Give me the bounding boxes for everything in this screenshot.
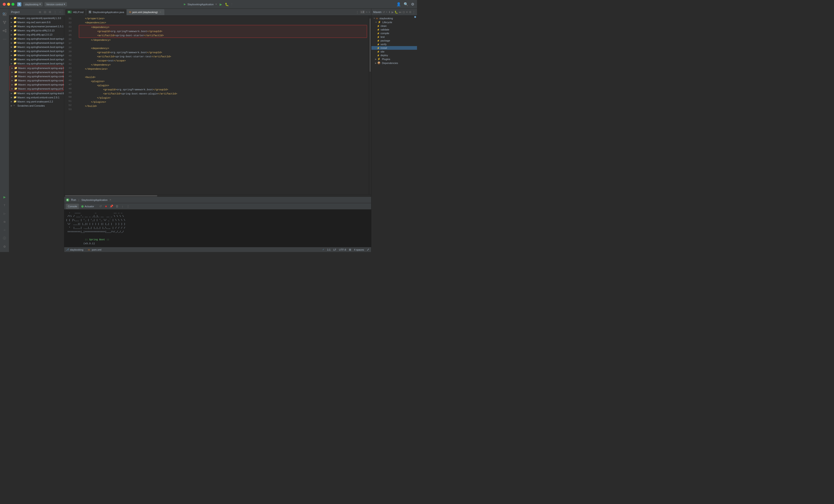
maven-add-btn[interactable]: + <box>386 10 388 14</box>
indent-status[interactable]: 4 spaces <box>354 248 364 251</box>
sidebar-collapse-btn[interactable]: ⊟ <box>43 10 47 14</box>
sidebar-close-btn[interactable]: − <box>58 10 62 14</box>
debug-button[interactable]: 🐛 <box>225 2 229 6</box>
tree-item-spring-aop[interactable]: ▶ 📁 Maven: org.springframework:spring-ao… <box>10 66 63 70</box>
maven-project-item[interactable]: ▼ m staybooking <box>371 17 417 20</box>
maven-refresh-btn[interactable]: ↺ <box>382 10 385 14</box>
sidebar-debug-icon[interactable]: T <box>1 201 8 209</box>
sidebar-terminal-icon[interactable]: ▷ <box>1 210 8 217</box>
sidebar-more-btn[interactable]: ⋮ <box>53 10 57 14</box>
tree-item-spring-context[interactable]: ▶ 📁 Maven: org.springframework:spring-co… <box>10 74 63 79</box>
sidebar-locate-btn[interactable]: ⊕ <box>38 10 42 14</box>
maven-settings-btn[interactable]: ⚙ <box>409 10 412 14</box>
maven-lifecycle-validate[interactable]: ⚡ validate <box>371 28 417 31</box>
console-pin-btn[interactable]: 📌 <box>109 204 114 209</box>
scrollbar-thumb[interactable] <box>370 18 371 72</box>
maven-lifecycle-deploy[interactable]: ⚡ deploy <box>371 53 417 57</box>
console-restart-btn[interactable]: ↺ <box>98 204 103 209</box>
maven-lifecycle-test[interactable]: ⚡ test <box>371 35 417 39</box>
tab-more-button[interactable]: ⋮ <box>356 10 359 14</box>
sidebar-gear-btn[interactable]: ⚙ <box>48 10 52 14</box>
git-branch-status[interactable]: ⎇ staybooking <box>66 248 84 251</box>
tree-item-jul-to-slf4j[interactable]: ▶ 📁 Maven: org.slf4j:jul-to-slf4j:2.0.13 <box>9 28 64 32</box>
sidebar-copy-icon[interactable]: ⧉ <box>1 218 8 225</box>
tree-item-jsonassert[interactable]: ▶ 📁 Maven: org.skyscreamer:jsonassert:1.… <box>9 24 64 28</box>
search-icon[interactable]: 🔍 <box>404 2 408 6</box>
vertical-scrollbar[interactable] <box>369 16 371 195</box>
minimize-button[interactable] <box>7 3 10 6</box>
maven-more-btn[interactable]: ⋮ <box>412 10 415 14</box>
account-icon[interactable]: 👤 <box>396 2 401 6</box>
maven-skip-btn[interactable]: ⏭ <box>399 10 402 14</box>
tree-item-asm[interactable]: ▶ 📁 Maven: org.ow2.asm:asm:9.6 <box>9 20 64 24</box>
tree-item-opentest4j[interactable]: ▶ 📁 Maven: org.opentest4j:opentest4j:1.3… <box>9 16 64 20</box>
sidebar-info-icon[interactable]: ⓘ <box>1 235 8 242</box>
tree-item-spring-boot-starter-test[interactable]: ▶ 📁 Maven: org.springframework.boot:spri… <box>9 53 64 57</box>
maven-plugins-header[interactable]: ▶ ⚡ Plugins <box>371 57 417 61</box>
console-more-btn[interactable]: ⋮ <box>126 204 130 209</box>
line-ending-status[interactable]: LF <box>333 248 336 251</box>
tree-item-spring-boot-test[interactable]: ▶ 📁 Maven: org.springframework.boot:spri… <box>9 57 64 62</box>
sidebar-run-icon[interactable]: ▶ <box>1 193 8 201</box>
maven-bug-btn[interactable]: 🐛 <box>395 10 398 14</box>
run-button[interactable]: ▶ <box>219 2 223 6</box>
tab-close-pom[interactable]: ✕ <box>159 10 162 14</box>
encoding-status[interactable]: UTF-8 <box>339 248 346 251</box>
code-line-34: <groupId>org.springframework.boot</group… <box>79 29 367 34</box>
project-button[interactable]: staybooking ▾ <box>23 2 43 6</box>
sidebar-structure-icon[interactable] <box>1 27 8 35</box>
tree-arrow: ▶ <box>10 58 13 61</box>
sidebar-settings-icon[interactable]: ⚙ <box>1 243 8 250</box>
sidebar-vcs-icon[interactable] <box>1 19 8 26</box>
tab-help-md[interactable]: M↓ HELP.md <box>65 9 86 15</box>
sidebar-project-icon[interactable] <box>1 10 8 18</box>
code-editor[interactable]: </properties> <dependencies> <dependency… <box>77 16 369 195</box>
console-tab[interactable]: Console <box>66 204 79 209</box>
tree-item-xmlunit[interactable]: ▶ 📁 Maven: org.xmlunit:xmlunit-core:2.9.… <box>9 95 64 100</box>
tree-item-snakeyaml[interactable]: ▶ 📁 Maven: org.yaml:snakeyaml:2.2 <box>9 100 64 104</box>
tree-item-spring-boot-starter-logging[interactable]: ▶ 📁 Maven: org.springframework.boot:spri… <box>9 49 64 53</box>
close-button[interactable] <box>3 3 6 6</box>
tab-pom-xml[interactable]: m pom.xml (staybooking) ✕ <box>127 9 164 15</box>
tree-item-spring-boot-autoconfigure[interactable]: ▶ 📁 Maven: org.springframework.boot:spri… <box>9 41 64 45</box>
sidebar-more-icon[interactable]: ⋯ <box>1 35 8 43</box>
tree-item-spring-boot[interactable]: ▶ 📁 Maven: org.springframework.boot:spri… <box>9 37 64 41</box>
maven-generate-btn[interactable]: ⊡ <box>402 10 405 14</box>
tree-item-scratches[interactable]: ▶ ≡ Scratches and Consoles <box>9 104 64 108</box>
folder-icon: 📁 <box>14 45 17 49</box>
maven-lifecycle-compile[interactable]: ⚡ compile <box>371 31 417 35</box>
position-status[interactable]: 1:1 <box>327 248 331 251</box>
maven-download-btn[interactable]: ⬇ <box>388 10 391 14</box>
tree-item-spring-boot-starter[interactable]: ▶ 📁 Maven: org.springframework.boot:spri… <box>9 45 64 49</box>
version-control-button[interactable]: Version control ▾ <box>44 2 67 6</box>
actuator-tab[interactable]: ⬤ Actuator <box>79 204 96 209</box>
console-stop-btn[interactable]: ■ <box>104 204 108 209</box>
maven-lifecycle-install[interactable]: ⚡ install <box>371 46 417 50</box>
tree-item-spring-jcl[interactable]: ▶ 📁 Maven: org.springframework:spring-jc… <box>10 87 63 91</box>
maven-lifecycle-verify[interactable]: ⚡ verify <box>371 42 417 46</box>
tree-item-spring-beans[interactable]: ▶ 📁 Maven: org.springframework:spring-be… <box>10 70 63 74</box>
svg-line-12 <box>4 30 5 31</box>
maven-lifecycle-clean[interactable]: ⚡ clean <box>371 24 417 28</box>
maximize-button[interactable] <box>12 3 15 6</box>
sidebar-bookmark-icon[interactable]: ☆ <box>1 226 8 234</box>
more-run-options[interactable]: ⋮ <box>231 3 233 6</box>
console-scroll-btn[interactable]: ↓ <box>120 204 125 209</box>
tree-item-spring-core[interactable]: ▶ 📁 Maven: org.springframework:spring-co… <box>10 79 63 83</box>
settings-icon[interactable]: ⚙ <box>411 2 414 6</box>
maven-lifecycle-site[interactable]: ⚡ site <box>371 50 417 53</box>
horizontal-scrollbar[interactable] <box>64 195 371 197</box>
expand-status-icon[interactable]: ⤢ <box>367 248 369 251</box>
tree-item-slf4j-api[interactable]: ▶ 📁 Maven: org.slf4j:slf4j-api:2.0.13 <box>9 32 64 37</box>
tree-item-spring-boot-test-autoconfigure[interactable]: ▶ 📁 Maven: org.springframework.boot:spri… <box>9 62 64 66</box>
tree-item-spring-expression[interactable]: ▶ 📁 Maven: org.springframework:spring-ex… <box>10 83 63 87</box>
maven-dependencies-header[interactable]: ▶ 📦 Dependencies <box>371 61 417 65</box>
console-clear-btn[interactable]: 🗑 <box>115 204 119 209</box>
run-app-close[interactable]: ✕ <box>109 198 111 201</box>
tab-staybooking-java[interactable]: S StaybookingApplication.java <box>86 9 126 15</box>
tree-item-spring-test[interactable]: ▶ 📁 Maven: org.springframework:spring-te… <box>9 91 64 95</box>
maven-run-btn[interactable]: ▶ <box>392 10 394 14</box>
maven-lifecycle-header[interactable]: ▼ ⚡ Lifecycle <box>371 20 417 24</box>
maven-close-btn[interactable]: ✕ <box>406 10 408 14</box>
maven-lifecycle-package[interactable]: ⚡ package <box>371 39 417 42</box>
